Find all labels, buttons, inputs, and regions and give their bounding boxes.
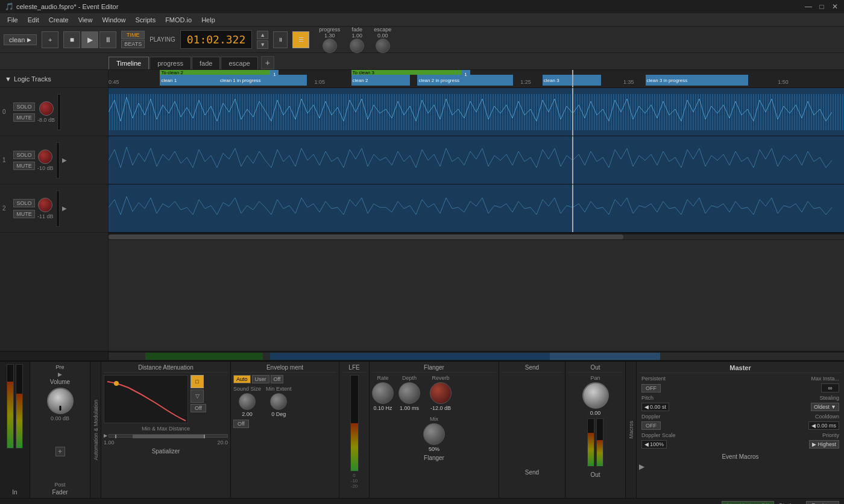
live-update-btn[interactable]: Live Update Off: [722, 501, 774, 504]
clip-to-clean-2[interactable]: To clean 2: [160, 70, 270, 75]
menu-window[interactable]: Window: [97, 15, 130, 25]
track-1-mute[interactable]: MUTE: [13, 162, 35, 170]
master-doppler-btn[interactable]: OFF: [641, 421, 661, 430]
track-0-volume-knob[interactable]: [39, 101, 54, 116]
macros-panel[interactable]: Macros: [626, 362, 637, 498]
track-0-volume-bar[interactable]: [57, 94, 61, 130]
minimap-row: [0, 351, 844, 361]
time-prev-button[interactable]: ▲: [257, 31, 268, 39]
fader-add-btn[interactable]: +: [55, 421, 65, 482]
pause-alt-button[interactable]: ⏸: [273, 31, 288, 48]
min-extent-knob[interactable]: [270, 393, 287, 410]
track-2-volume-bar[interactable]: [56, 191, 60, 227]
master-persistent-btn[interactable]: OFF: [641, 384, 661, 392]
track-2-solo[interactable]: SOLO: [13, 199, 35, 207]
master-cooldown-label: Cooldown: [815, 414, 839, 420]
distance-curve[interactable]: [104, 375, 188, 423]
clip-clean-1-progress[interactable]: clean 1 in progress: [219, 75, 307, 86]
pan-knob[interactable]: [582, 382, 609, 409]
close-button[interactable]: ✕: [831, 2, 839, 11]
spat-btn-1[interactable]: □: [191, 375, 204, 388]
lfe-meters: [342, 375, 367, 471]
track-1-waveform[interactable]: [109, 136, 844, 184]
menu-file[interactable]: File: [2, 15, 23, 25]
master-pitch-val[interactable]: ◀ 0.00 st: [641, 403, 669, 411]
pause-button[interactable]: ⏸: [99, 31, 116, 48]
envelop-off2[interactable]: Off: [233, 420, 336, 428]
track-0-solo[interactable]: SOLO: [13, 102, 35, 111]
master-title: Master: [639, 364, 842, 373]
track-2-mute[interactable]: MUTE: [13, 210, 35, 218]
event-list-button[interactable]: ☰: [292, 31, 309, 48]
maximize-button[interactable]: □: [817, 2, 826, 11]
transport-bar: clean ▶ + ■ ▶ ⏸ TIME BEATS PLAYING 01:02…: [0, 27, 844, 53]
time-mode-beats-btn[interactable]: BEATS: [121, 40, 145, 48]
depth-knob[interactable]: [398, 382, 420, 404]
track-1-expand[interactable]: ▶: [62, 157, 67, 163]
master-play-btn[interactable]: ▶: [639, 462, 644, 471]
mix-knob[interactable]: [423, 423, 445, 445]
lfe-section: LFE 0 -10 -20: [339, 362, 370, 498]
track-1-solo[interactable]: SOLO: [13, 151, 35, 159]
menu-help[interactable]: Help: [197, 15, 220, 25]
timeline-scrollbar[interactable]: [109, 233, 844, 240]
progress-param: progress 1.30: [319, 27, 340, 53]
desktop-btn[interactable]: Desktop: [806, 501, 839, 504]
track-1-number: 1: [2, 157, 11, 163]
tab-fade[interactable]: fade: [192, 57, 220, 69]
track-2-expand[interactable]: ▶: [62, 205, 67, 212]
track-0-waveform[interactable]: [109, 88, 844, 136]
envelop-user-btn[interactable]: User: [252, 375, 269, 383]
menu-create[interactable]: Create: [44, 15, 74, 25]
master-dscale-val[interactable]: ◀ 100%: [641, 440, 667, 449]
fader-volume-knob[interactable]: [47, 388, 74, 414]
reverb-knob[interactable]: [430, 382, 452, 404]
rate-knob[interactable]: [372, 382, 394, 404]
master-stealing-dropdown[interactable]: Oldest ▼: [811, 403, 839, 411]
stop-button[interactable]: ■: [63, 31, 80, 48]
time-next-button[interactable]: ▼: [257, 40, 268, 49]
track-2-volume-knob[interactable]: [38, 198, 52, 212]
track-1-volume-bar[interactable]: [56, 142, 60, 178]
min-max-play: ▶: [104, 433, 107, 438]
tab-escape[interactable]: escape: [221, 57, 257, 69]
minimize-button[interactable]: —: [804, 2, 813, 11]
menu-view[interactable]: View: [74, 15, 98, 25]
clip-clean-3-progress[interactable]: clean 3 in progress: [646, 75, 749, 86]
logic-tracks-collapse[interactable]: ▼: [5, 75, 11, 83]
master-dscale-row-label: Doppler Scale Priority: [639, 432, 842, 438]
clip-to-clean-3[interactable]: To clean 3: [351, 70, 462, 75]
tab-add-button[interactable]: +: [261, 56, 274, 69]
pan-label: Pan: [568, 375, 623, 381]
tab-progress[interactable]: progress: [150, 57, 191, 69]
play-icon: ▶: [27, 37, 31, 43]
menu-edit[interactable]: Edit: [23, 15, 44, 25]
fade-knob[interactable]: [350, 39, 364, 53]
track-2-waveform[interactable]: [109, 184, 844, 233]
add-tab-button[interactable]: +: [42, 31, 58, 48]
play-button[interactable]: ▶: [81, 31, 98, 48]
clean-tab[interactable]: clean ▶: [4, 34, 37, 45]
min-max-slider[interactable]: ▶: [104, 433, 228, 438]
clip-clean-1[interactable]: clean 1: [160, 75, 219, 86]
time-mode-time-btn[interactable]: TIME: [121, 31, 145, 39]
escape-knob[interactable]: [376, 39, 390, 53]
spat-off-btn[interactable]: Off: [191, 404, 206, 412]
track-1-volume-knob[interactable]: [38, 150, 52, 164]
marker-2: 1: [462, 70, 470, 78]
menu-fmodio[interactable]: FMOD.io: [160, 15, 197, 25]
progress-knob[interactable]: [323, 39, 337, 53]
envelop-off-btn[interactable]: Off: [271, 375, 284, 383]
master-priority-dropdown[interactable]: ▶ Highest: [809, 440, 839, 449]
sound-size-knob[interactable]: [239, 393, 256, 410]
master-cooldown-val[interactable]: ◀ 0.00 ms: [808, 421, 839, 430]
fade-param: fade 1.00: [350, 27, 364, 53]
envelop-auto-btn[interactable]: Auto: [233, 375, 251, 383]
clip-clean-2[interactable]: clean 2: [351, 75, 411, 86]
spat-btn-2[interactable]: ▽: [191, 389, 204, 403]
menu-scripts[interactable]: Scripts: [131, 15, 161, 25]
automation-panel[interactable]: Automation & Modulation: [90, 362, 101, 498]
play-fader-btn[interactable]: ▶: [58, 371, 62, 377]
tab-timeline[interactable]: Timeline: [109, 57, 149, 69]
track-0-mute[interactable]: MUTE: [13, 113, 35, 122]
